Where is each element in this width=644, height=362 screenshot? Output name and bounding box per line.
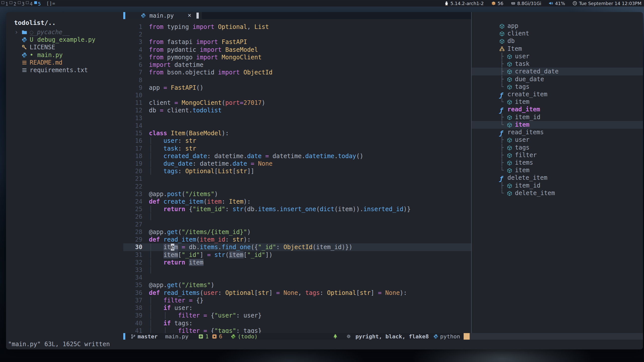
- symbol-filter[interactable]: ├filter: [472, 151, 643, 159]
- symbol-item[interactable]: └item: [472, 98, 643, 106]
- code-line-27[interactable]: 27: [123, 221, 471, 228]
- symbol-read_items[interactable]: ƒread_items: [472, 128, 643, 136]
- code-line-1[interactable]: 1from typing import Optional, List: [123, 23, 471, 31]
- chevron-right-icon[interactable]: ›: [15, 28, 18, 36]
- symbol-item_id[interactable]: ├item_id: [472, 182, 643, 190]
- file-tree-item-readme-md[interactable]: README.md: [6, 59, 123, 67]
- code-line-8[interactable]: 8: [123, 76, 471, 84]
- file-tree-item-debug-example-py[interactable]: Udebug_example.py: [6, 36, 123, 44]
- python-env-name: (todo): [238, 333, 258, 340]
- symbol-tags[interactable]: ├tags: [472, 144, 643, 152]
- code-line-24[interactable]: 24def create_item(item: Item):: [123, 198, 471, 205]
- code-line-18[interactable]: 18│ created_date: datetime.date = dateti…: [123, 152, 471, 160]
- line-text: │: [149, 266, 152, 274]
- workspace-4[interactable]: 4: [26, 1, 32, 7]
- line-text: def create_item(item: Item):: [149, 198, 251, 205]
- workspace-square-icon: [34, 1, 37, 4]
- workspace-5[interactable]: 5: [34, 1, 41, 7]
- symbol-user[interactable]: ├user: [472, 136, 643, 144]
- code-line-3[interactable]: 3from fastapi import FastAPI: [123, 38, 471, 46]
- line-text: │ return {"item_id": str(db.items.insert…: [149, 205, 411, 213]
- workspace-number: 4: [30, 1, 32, 7]
- file-tree-item-main-py[interactable]: •main.py: [6, 51, 123, 59]
- code-line-41[interactable]: 41│ │ filter = {"tags": tags}: [123, 327, 471, 333]
- symbol-client[interactable]: client: [472, 30, 643, 37]
- code-line-14[interactable]: 14: [123, 122, 471, 129]
- file-tree-root: todolist/..: [14, 19, 56, 26]
- symbol-item_id[interactable]: ├item_id: [472, 113, 643, 121]
- code-line-25[interactable]: 25│ return {"item_id": str(db.items.inse…: [123, 205, 471, 213]
- code-line-12[interactable]: 12db = client.todolist: [123, 107, 471, 114]
- symbol-created_date[interactable]: ├created_date: [472, 68, 643, 75]
- symbol-item[interactable]: └item: [472, 121, 643, 129]
- symbol-user[interactable]: ├user: [472, 53, 643, 60]
- code-line-34[interactable]: 34: [123, 274, 471, 281]
- workspace-1[interactable]: 1: [2, 1, 8, 7]
- line-number: 39: [123, 312, 142, 319]
- code-line-9[interactable]: 9app = FastAPI(): [123, 84, 471, 92]
- tree-connector: ├: [500, 136, 504, 144]
- symbols-outline-panel[interactable]: appclientdbItem├user├task├created_date├d…: [472, 12, 643, 333]
- tab-main-py[interactable]: main.py ×: [125, 12, 202, 19]
- workspace-3[interactable]: 3: [18, 1, 24, 7]
- code-line-10[interactable]: 10: [123, 92, 471, 99]
- tree-connector: ├: [500, 144, 504, 151]
- code-line-11[interactable]: 11client = MongoClient(port=27017): [123, 99, 471, 107]
- code-line-21[interactable]: 21: [123, 175, 471, 183]
- symbol-delete_item[interactable]: ƒdelete_item: [472, 174, 643, 182]
- code-line-16[interactable]: 16│ user: str: [123, 137, 471, 145]
- code-line-30[interactable]: 30│ item = db.items.find_one({"_id": Obj…: [123, 243, 471, 251]
- symbol-tags[interactable]: └tags: [472, 83, 643, 91]
- symbol-item[interactable]: └item: [472, 166, 643, 174]
- symbol-due_date[interactable]: ├due_date: [472, 75, 643, 83]
- git-modified-count: 6: [219, 333, 222, 340]
- symbol-app[interactable]: app: [472, 22, 643, 30]
- symbol-task[interactable]: ├task: [472, 60, 643, 68]
- code-line-33[interactable]: 33│: [123, 266, 471, 274]
- symbol-create_item[interactable]: ƒcreate_item: [472, 90, 643, 98]
- code-line-36[interactable]: 36def read_items(user: Optional[str] = N…: [123, 289, 471, 297]
- symbol-label: read_items: [507, 128, 544, 136]
- symbol-label: delete_item: [515, 189, 555, 197]
- code-line-22[interactable]: 22: [123, 183, 471, 190]
- code-line-20[interactable]: 20│ tags: Optional[List[str]]: [123, 167, 471, 175]
- code-line-35[interactable]: 35@app.get("/items"): [123, 281, 471, 289]
- workspace-2[interactable]: 2: [10, 1, 16, 7]
- code-line-31[interactable]: 31│ item["_id"] = str(item["_id"]): [123, 251, 471, 259]
- file-tree-item-requirements-txt[interactable]: requirements.txt: [6, 66, 123, 74]
- line-text: │ if tags:: [149, 320, 192, 327]
- command-line[interactable]: "main.py" 63L, 1625C written: [6, 340, 643, 349]
- code-line-17[interactable]: 17│ task: str: [123, 145, 471, 152]
- symbol-Item[interactable]: Item: [472, 45, 643, 53]
- code-line-19[interactable]: 19│ due_date: datetime.date = None: [123, 160, 471, 167]
- symbol-db[interactable]: db: [472, 37, 643, 45]
- line-number: 5: [123, 54, 142, 61]
- code-line-5[interactable]: 5from pymongo import MongoClient: [123, 54, 471, 61]
- tab-close-icon[interactable]: ×: [188, 12, 191, 19]
- code-line-37[interactable]: 37│ filter = {}: [123, 297, 471, 304]
- code-line-4[interactable]: 4from pydantic import BaseModel: [123, 46, 471, 54]
- code-line-28[interactable]: 28@app.get("/items/{item_id}"): [123, 228, 471, 236]
- code-line-2[interactable]: 2: [123, 31, 471, 38]
- symbol-read_item[interactable]: ƒread_item: [472, 106, 643, 113]
- code-line-13[interactable]: 13: [123, 114, 471, 122]
- code-editor[interactable]: 1from typing import Optional, List23from…: [123, 19, 471, 333]
- code-line-6[interactable]: 6import datetime: [123, 61, 471, 69]
- code-line-40[interactable]: 40│ if tags:: [123, 320, 471, 327]
- code-line-15[interactable]: 15class Item(BaseModel):: [123, 129, 471, 137]
- code-line-29[interactable]: 29def read_item(item_id: str):: [123, 236, 471, 243]
- code-line-7[interactable]: 7from bson.objectid import ObjectId: [123, 69, 471, 76]
- code-line-32[interactable]: 32│ return item: [123, 259, 471, 266]
- code-line-38[interactable]: 38│ if user:: [123, 304, 471, 312]
- symbol-delete_item[interactable]: └delete_item: [472, 189, 643, 197]
- file-tree-item--pycache-[interactable]: ›◌__pycache__: [6, 28, 123, 36]
- tree-connector: └: [500, 98, 504, 106]
- file-explorer[interactable]: todolist/.. ›◌__pycache__ Udebug_example…: [6, 12, 123, 333]
- code-line-26[interactable]: 26│: [123, 213, 471, 220]
- line-number: 37: [123, 297, 142, 304]
- file-tree-item-license[interactable]: LICENSE: [6, 43, 123, 51]
- code-line-23[interactable]: 23@app.post("/items"): [123, 190, 471, 198]
- symbol-items[interactable]: ├items: [472, 159, 643, 167]
- code-line-39[interactable]: 39│ │ filter = {"user": user}: [123, 312, 471, 319]
- file-name: requirements.txt: [30, 66, 88, 74]
